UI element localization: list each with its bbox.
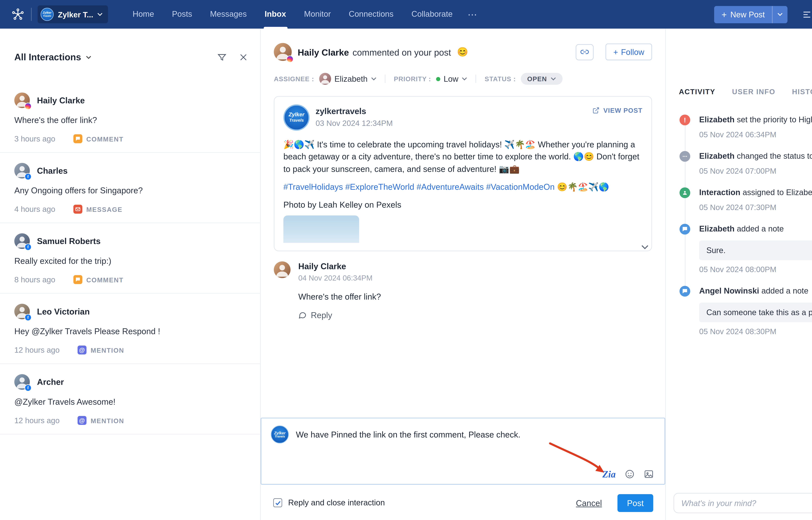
post-image-thumbnail[interactable] <box>283 215 359 243</box>
new-post-button[interactable]: + New Post <box>714 6 772 23</box>
zylker-travels-logo: ZylkerTravels <box>271 425 289 443</box>
reply-label: Reply <box>311 310 332 320</box>
note-event-icon <box>679 224 690 235</box>
comment-text: Where's the offer link? <box>298 292 381 301</box>
interaction-message: Hey @Zylker Travels Please Respond ! <box>14 327 246 336</box>
activity-event-text: Elizabeth added a note <box>699 224 812 235</box>
interaction-meta-row: ASSIGNEE : Elizabeth PRIORITY : Low STAT… <box>261 67 665 85</box>
activity-event-note: Angel Nowinski added a note Can someone … <box>679 286 812 336</box>
post-body-text: 🎉🌎✈️ It's time to celebrate the upcoming… <box>283 138 643 175</box>
nav-home[interactable]: Home <box>124 0 163 29</box>
interaction-item-samuel[interactable]: f Samuel Roberts Really excited for the … <box>0 223 260 293</box>
activity-event-note: Elizabeth added a note Sure. 05 Nov 2024… <box>679 224 812 274</box>
emoji-picker-icon[interactable] <box>625 469 635 479</box>
follow-label: Follow <box>621 47 644 56</box>
assignee-label: ASSIGNEE : <box>274 75 314 82</box>
activity-event-status: Elizabeth changed the status to Under Re… <box>679 151 812 176</box>
interaction-detail-panel: Haily Clarke commented on your post 😊 + … <box>261 29 665 520</box>
copy-link-button[interactable] <box>576 44 594 60</box>
view-post-link[interactable]: VIEW POST <box>593 107 643 114</box>
link-icon <box>580 48 589 56</box>
nav-posts[interactable]: Posts <box>163 0 201 29</box>
interactions-filter-dropdown[interactable]: All Interactions <box>14 52 91 63</box>
post-button[interactable]: Post <box>618 494 653 512</box>
interaction-author: Charles <box>37 166 68 176</box>
interactions-filter-label: All Interactions <box>14 52 81 63</box>
facebook-badge-icon: f <box>25 243 32 251</box>
reply-compose-box[interactable]: ZylkerTravels We have Pinned the link on… <box>261 418 665 485</box>
interaction-time: 3 hours ago <box>14 134 55 143</box>
avatar: f <box>14 374 30 390</box>
avatar <box>14 93 30 108</box>
interaction-item-charles[interactable]: f Charles Any Ongoing offers for Singapo… <box>0 153 260 223</box>
activity-note-text: Can someone take this as a priority? <box>699 303 812 322</box>
nav-inbox[interactable]: Inbox <box>255 0 295 29</box>
priority-low-dot-icon <box>436 77 440 81</box>
interaction-author: Leo Victorian <box>37 307 90 316</box>
status-dropdown[interactable]: OPEN <box>521 73 563 85</box>
tab-history[interactable]: HISTORY <box>792 88 812 96</box>
nav-connections[interactable]: Connections <box>340 0 402 29</box>
divider <box>385 75 385 83</box>
interaction-time: 8 hours ago <box>14 275 55 284</box>
facebook-badge-icon: f <box>25 384 32 391</box>
mention-type-icon: @ <box>78 345 86 355</box>
new-post-dropdown[interactable] <box>772 6 788 23</box>
queue-list-icon[interactable] <box>796 0 812 29</box>
priority-dropdown[interactable]: Low <box>436 74 467 83</box>
emoji-reaction-icon[interactable]: 😊 <box>457 47 468 57</box>
activity-event-time: 05 Nov 2024 08:00PM <box>699 265 812 274</box>
reply-draft-text[interactable]: We have Pinned the link on the first com… <box>296 430 520 443</box>
tab-activity[interactable]: ACTIVITY <box>679 88 715 96</box>
post-date: 03 Nov 2024 12:34PM <box>316 119 393 128</box>
main-navigation: Home Posts Messages Inbox Monitor Connec… <box>124 0 484 29</box>
interaction-time: 12 hours ago <box>14 345 60 355</box>
avatar <box>274 43 292 61</box>
chevron-down-icon <box>98 12 103 16</box>
nav-messages[interactable]: Messages <box>201 0 255 29</box>
follow-button[interactable]: + Follow <box>605 44 652 60</box>
message-type-icon <box>73 205 82 214</box>
zoho-social-logo-icon[interactable] <box>7 0 29 29</box>
note-event-icon <box>679 286 690 296</box>
new-post-split-button: + New Post <box>714 6 787 23</box>
interaction-author: Samuel Roberts <box>37 236 101 246</box>
attach-image-icon[interactable] <box>644 469 654 479</box>
zia-assistant-icon[interactable]: Zia <box>602 469 616 479</box>
interaction-message: @Zylker Travels Awesome! <box>14 397 246 407</box>
chevron-down-icon <box>462 77 467 81</box>
cancel-button[interactable]: Cancel <box>576 498 602 508</box>
nav-collaborate[interactable]: Collaborate <box>402 0 462 29</box>
close-icon[interactable] <box>238 51 249 63</box>
filter-icon[interactable] <box>216 51 228 63</box>
activity-event-text: Elizabeth set the priority to High <box>699 114 812 125</box>
interaction-time: 12 hours ago <box>14 416 60 425</box>
expand-post-button[interactable] <box>641 245 648 249</box>
note-input[interactable] <box>681 498 812 508</box>
note-composer <box>674 493 812 513</box>
post-hashtags[interactable]: #TravelHolidays #ExploreTheWorld #Advent… <box>283 182 643 191</box>
interaction-type-label: MENTION <box>91 346 124 354</box>
status-change-event-icon <box>679 151 690 162</box>
checkmark-icon <box>275 500 281 505</box>
brand-avatar: ZylkerTravels <box>40 8 54 21</box>
activity-event-priority: ! Elizabeth set the priority to High 05 … <box>679 114 812 139</box>
reply-and-close-checkbox[interactable] <box>273 498 282 507</box>
interaction-item-leo[interactable]: f Leo Victorian Hey @Zylker Travels Plea… <box>0 293 260 364</box>
avatar: f <box>14 163 30 179</box>
comment-date: 04 Nov 2024 06:34PM <box>298 274 381 282</box>
nav-monitor[interactable]: Monitor <box>295 0 340 29</box>
tab-user-info[interactable]: USER INFO <box>732 88 776 96</box>
priority-event-icon: ! <box>679 114 690 125</box>
activity-event-assignment: Interaction assigned to Elizabeth 05 Nov… <box>679 187 812 212</box>
activity-event-text: Angel Nowinski added a note <box>699 286 812 296</box>
post-author: zylkertravels <box>316 106 393 116</box>
reply-button[interactable]: Reply <box>298 310 381 320</box>
interaction-item-haily[interactable]: Haily Clarke Where's the offer link? 3 h… <box>0 82 260 153</box>
interaction-type-label: MENTION <box>91 417 124 424</box>
reply-footer: Reply and close interaction Cancel Post <box>261 485 665 520</box>
interaction-item-archer[interactable]: f Archer @Zylker Travels Awesome! 12 hou… <box>0 364 260 434</box>
brand-selector[interactable]: ZylkerTravels Zylker T... <box>37 5 108 23</box>
assignee-dropdown[interactable]: Elizabeth <box>319 73 377 85</box>
nav-more-icon[interactable]: ⋯ <box>462 8 484 20</box>
